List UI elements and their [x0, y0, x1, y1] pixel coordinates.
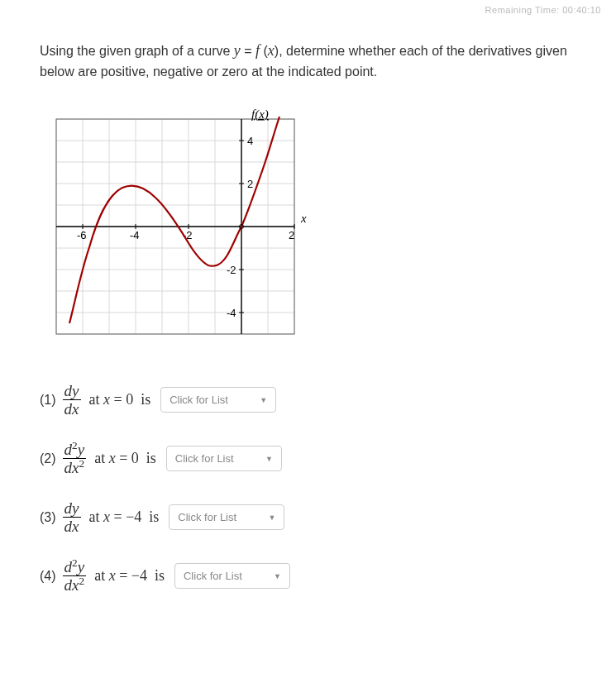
answer-dropdown-3[interactable]: Click for List ▼: [169, 504, 284, 530]
at-point: at x = −4 is: [89, 508, 160, 526]
question-number: (4): [40, 569, 56, 584]
question-row-4: (4) d2y dx2 at x = −4 is Click for List …: [40, 559, 576, 593]
answer-dropdown-2[interactable]: Click for List ▼: [166, 446, 282, 471]
question-row-3: (3) dy dx at x = −4 is Click for List ▼: [40, 500, 576, 534]
answer-dropdown-1[interactable]: Click for List ▼: [160, 387, 276, 413]
xtick-2: 2: [289, 229, 294, 241]
ytick-4: 4: [247, 135, 253, 147]
derivative-4: d2y dx2: [63, 559, 87, 593]
curve-fx: [69, 117, 279, 323]
question-row-2: (2) d2y dx2 at x = 0 is Click for List ▼: [40, 442, 576, 475]
at-point: at x = −4 is: [94, 567, 165, 585]
question-number: (1): [40, 393, 56, 408]
ytick-2: 2: [247, 178, 253, 190]
at-point: at x = 0 is: [89, 391, 151, 408]
ytick-m4: -4: [227, 307, 236, 319]
question-number: (2): [40, 451, 56, 466]
caret-down-icon: ▼: [268, 513, 275, 522]
remaining-time: Remaining Time: 00:40:10: [0, 0, 616, 15]
answer-dropdown-4[interactable]: Click for List ▼: [174, 563, 290, 589]
graph-plot: -6 -4 -2 2 4 2 -2 -4 x f(x): [40, 107, 576, 350]
xtick-m4: -4: [130, 229, 140, 241]
ytick-m2: -2: [227, 264, 236, 276]
question-row-1: (1) dy dx at x = 0 is Click for List ▼: [40, 383, 576, 417]
caret-down-icon: ▼: [260, 396, 267, 404]
question-prompt: Using the given graph of a curve y = f (…: [40, 40, 576, 82]
question-number: (3): [40, 510, 56, 525]
caret-down-icon: ▼: [274, 572, 281, 580]
y-axis-label: f(x): [251, 107, 269, 122]
caret-down-icon: ▼: [265, 455, 273, 463]
xtick-m6: -6: [77, 229, 87, 241]
at-point: at x = 0 is: [94, 450, 156, 467]
derivative-2: d2y dx2: [63, 442, 87, 475]
x-axis-label: x: [300, 212, 307, 225]
derivative-1: dy dx: [63, 383, 81, 417]
derivative-3: dy dx: [63, 500, 81, 534]
